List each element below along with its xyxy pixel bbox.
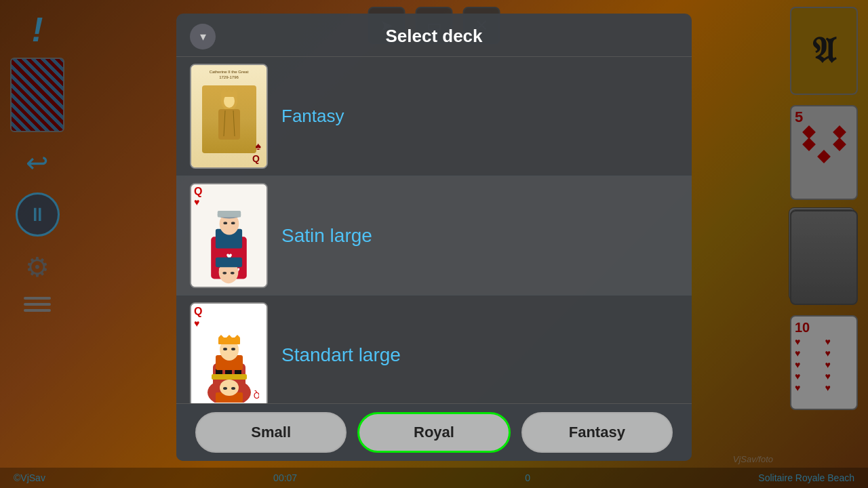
svg-point-20 [231, 271, 235, 274]
satin-card: Q ♥ [191, 184, 267, 287]
standart-figure: ♥ Q [191, 331, 267, 403]
deck-item-standart[interactable]: Q ♥ [176, 296, 692, 403]
satin-suit: ♥ [194, 197, 199, 207]
fantasy-button[interactable]: Fantasy [521, 412, 673, 453]
svg-text:Q: Q [254, 390, 259, 400]
svg-point-15 [231, 222, 235, 224]
deck-label-fantasy: Fantasy [281, 106, 344, 127]
svg-marker-33 [226, 335, 232, 338]
svg-rect-1 [218, 109, 240, 140]
dropdown-button[interactable]: ▾ [190, 24, 216, 49]
select-deck-modal: ▾ Select deck Catherine II the Great1729… [176, 14, 692, 461]
deck-list[interactable]: Catherine II the Great1729-1796 [176, 57, 692, 403]
deck-item-satin[interactable]: Q ♥ [176, 176, 692, 296]
svg-point-41 [223, 387, 227, 390]
svg-marker-4 [221, 89, 226, 92]
svg-point-39 [220, 380, 239, 396]
standart-suit: ♥ [194, 318, 264, 329]
svg-point-40 [231, 387, 235, 390]
svg-point-21 [222, 271, 226, 274]
svg-point-35 [223, 348, 227, 350]
svg-rect-22 [216, 257, 242, 266]
svg-point-14 [223, 222, 227, 224]
svg-marker-6 [232, 89, 237, 92]
svg-marker-34 [235, 335, 240, 338]
deck-card-image-catherine: Catherine II the Great1729-1796 [190, 64, 268, 169]
modal-header: ▾ Select deck [176, 14, 692, 57]
svg-point-36 [231, 348, 235, 350]
satin-figure: ♥ ♥ ♥ [191, 209, 267, 287]
catherine-figure [202, 85, 256, 153]
satin-rank: Q [194, 186, 202, 197]
svg-rect-3 [221, 92, 237, 97]
small-button[interactable]: Small [195, 412, 347, 453]
deck-card-image-standart: Q ♥ [190, 302, 268, 403]
modal-title: Select deck [385, 26, 482, 47]
satin-card-top: Q ♥ [191, 184, 267, 209]
standart-card: Q ♥ [191, 304, 267, 403]
royal-button[interactable]: Royal [357, 412, 510, 453]
deck-label-standart: Standart large [281, 344, 401, 366]
svg-marker-32 [218, 335, 224, 338]
svg-marker-5 [227, 89, 231, 92]
deck-label-satin: Satin large [281, 225, 372, 247]
svg-rect-28 [212, 374, 247, 380]
deck-card-image-satin: Q ♥ [190, 183, 268, 288]
dropdown-arrow-icon: ▾ [200, 29, 206, 44]
svg-rect-31 [218, 338, 240, 344]
catherine-card: Catherine II the Great1729-1796 [191, 65, 267, 167]
deck-item-catherine[interactable]: Catherine II the Great1729-1796 [176, 57, 692, 176]
modal-footer: Small Royal Fantasy [176, 403, 692, 461]
standart-card-top: Q ♥ [191, 304, 267, 331]
svg-rect-13 [218, 211, 241, 218]
standart-rank: Q [194, 306, 264, 318]
